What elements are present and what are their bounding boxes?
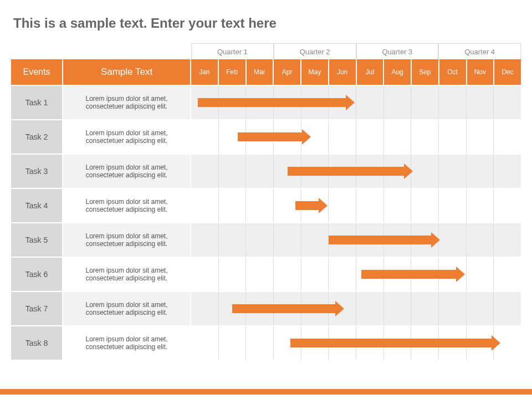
grid-cell bbox=[356, 120, 384, 154]
grid-cell bbox=[439, 86, 467, 119]
grid-cell bbox=[329, 120, 356, 154]
grid-cell bbox=[329, 223, 356, 257]
task-row: Task 6 Lorem ipsum dolor sit amet, conse… bbox=[11, 258, 191, 292]
grid-cell bbox=[246, 86, 274, 119]
task-row: Task 8 Lorem ipsum dolor sit amet, conse… bbox=[11, 326, 191, 361]
task-name: Task 3 bbox=[11, 155, 63, 188]
grid-cell bbox=[191, 223, 219, 257]
grid-cell bbox=[384, 155, 412, 188]
accent-bar bbox=[0, 389, 532, 395]
task-row: Task 3 Lorem ipsum dolor sit amet, conse… bbox=[11, 155, 191, 189]
grid-cell bbox=[219, 258, 247, 291]
month-label: May bbox=[301, 59, 329, 85]
page-title: This is a sample text. Enter your text h… bbox=[13, 16, 521, 31]
slide: This is a sample text. Enter your text h… bbox=[0, 0, 532, 399]
grid-cell bbox=[356, 86, 384, 119]
grid-cell bbox=[246, 258, 274, 291]
grid-cell bbox=[191, 86, 219, 119]
grid-row bbox=[191, 155, 521, 189]
grid-cell bbox=[219, 86, 247, 119]
grid-cell bbox=[329, 86, 356, 119]
grid-cell bbox=[191, 120, 219, 154]
month-label: Jun bbox=[329, 59, 357, 85]
grid-cell bbox=[467, 326, 494, 360]
grid-cell bbox=[191, 326, 219, 360]
grid-cell bbox=[411, 86, 439, 119]
grid-row bbox=[191, 258, 521, 292]
grid-row bbox=[191, 86, 521, 120]
month-label: Oct bbox=[439, 59, 467, 85]
grid-cell bbox=[356, 292, 384, 325]
grid-cell bbox=[301, 258, 329, 291]
grid-cell bbox=[274, 223, 301, 257]
grid-cell bbox=[329, 292, 356, 325]
header-sample-text: Sample Text bbox=[63, 59, 191, 85]
grid-cell bbox=[494, 223, 521, 257]
grid-cell bbox=[301, 223, 329, 257]
grid-cell bbox=[494, 86, 521, 119]
month-label: Jul bbox=[357, 59, 385, 85]
task-name: Task 8 bbox=[11, 326, 63, 360]
grid-cell bbox=[384, 326, 412, 360]
month-headers: Jan Feb Mar Apr May Jun Jul Aug Sep Oct … bbox=[191, 59, 521, 86]
grid-cell bbox=[494, 292, 521, 325]
task-desc: Lorem ipsum dolor sit amet, consectetuer… bbox=[63, 155, 191, 188]
task-row: Task 2 Lorem ipsum dolor sit amet, conse… bbox=[11, 120, 191, 155]
month-label: Sep bbox=[412, 59, 439, 85]
left-column: Events Sample Text Task 1 Lorem ipsum do… bbox=[11, 43, 191, 361]
task-name: Task 6 bbox=[11, 258, 63, 291]
grid-cell bbox=[274, 86, 301, 119]
grid-cell bbox=[329, 189, 356, 222]
grid-cell bbox=[356, 258, 384, 291]
grid-cell bbox=[439, 155, 467, 188]
month-label: Aug bbox=[384, 59, 412, 85]
grid-cell bbox=[329, 155, 356, 188]
grid-cell bbox=[411, 292, 439, 325]
task-row: Task 4 Lorem ipsum dolor sit amet, conse… bbox=[11, 189, 191, 223]
grid-cell bbox=[219, 292, 247, 325]
grid-cell bbox=[384, 189, 412, 222]
grid-row bbox=[191, 223, 521, 258]
grid-cell bbox=[384, 223, 412, 257]
grid-row bbox=[191, 120, 521, 155]
quarter-label: Quarter 4 bbox=[438, 43, 521, 59]
grid-cell bbox=[191, 292, 219, 325]
grid-cell bbox=[439, 258, 467, 291]
grid-cell bbox=[246, 223, 274, 257]
grid-cell bbox=[329, 326, 356, 360]
grid-cell bbox=[467, 155, 494, 188]
grid-cell bbox=[467, 292, 494, 325]
grid-cell bbox=[246, 326, 274, 360]
grid-cell bbox=[191, 155, 219, 188]
grid-cell bbox=[467, 86, 494, 119]
grid-cell bbox=[494, 155, 521, 188]
grid-cell bbox=[439, 292, 467, 325]
month-label: Mar bbox=[247, 59, 274, 85]
grid-cell bbox=[274, 292, 301, 325]
grid-cell bbox=[329, 258, 356, 291]
quarter-headers: Quarter 1 Quarter 2 Quarter 3 Quarter 4 bbox=[191, 43, 521, 59]
grid-cell bbox=[356, 326, 384, 360]
grid-cell bbox=[301, 326, 329, 360]
task-desc: Lorem ipsum dolor sit amet, consectetuer… bbox=[63, 120, 191, 154]
task-row: Task 7 Lorem ipsum dolor sit amet, conse… bbox=[11, 292, 191, 326]
grid-row bbox=[191, 292, 521, 326]
grid-cell bbox=[384, 292, 412, 325]
grid-row bbox=[191, 189, 521, 223]
grid-cell bbox=[467, 120, 494, 154]
month-label: Dec bbox=[494, 59, 521, 85]
grid-cell bbox=[411, 223, 439, 257]
grid-cell bbox=[301, 86, 329, 119]
grid-cell bbox=[191, 189, 219, 222]
task-row: Task 5 Lorem ipsum dolor sit amet, conse… bbox=[11, 223, 191, 258]
month-label: Nov bbox=[467, 59, 495, 85]
grid-cell bbox=[301, 120, 329, 154]
gantt-body bbox=[191, 86, 521, 361]
grid-cell bbox=[439, 326, 467, 360]
grid-cell bbox=[494, 189, 521, 222]
grid-cell bbox=[384, 86, 412, 119]
task-name: Task 4 bbox=[11, 189, 63, 222]
task-desc: Lorem ipsum dolor sit amet, consectetuer… bbox=[63, 223, 191, 257]
month-label: Feb bbox=[219, 59, 247, 85]
grid-cell bbox=[467, 258, 494, 291]
